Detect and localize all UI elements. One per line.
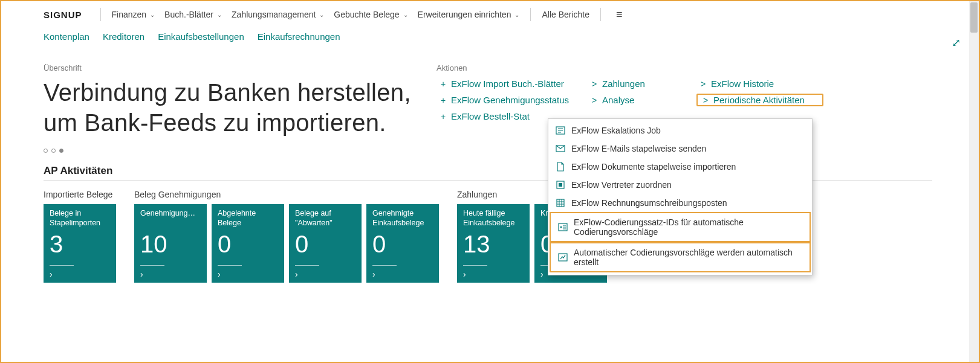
action-exflow-genehmigung[interactable]: +ExFlow Genehmigungsstatus [436,94,582,106]
action-zahlungen[interactable]: >Zahlungen [588,77,690,90]
dropdown-item[interactable]: ExFlow Rechnungsumschreibungsposten [548,194,812,212]
menu-erweiterungen[interactable]: Erweiterungen einrichten⌄ [413,7,525,22]
headline-text: Verbindung zu Banken herstellen, um Bank… [44,77,436,138]
kpi-tile[interactable]: Abgelehnte Belege0› [212,204,284,283]
tile-label: Genehmigung… [140,209,201,230]
chevron-right-icon: > [590,95,599,105]
action-periodische-aktivitaeten[interactable]: >Periodische Aktivitäten [696,94,823,106]
group-title: Importierte Belege [44,190,116,199]
menu-gebuchte-belege[interactable]: Gebuchte Belege⌄ [329,7,412,22]
action-analyse[interactable]: >Analyse [588,94,690,106]
hamburger-icon[interactable]: ≡ [616,8,623,21]
chevron-right-icon: > [699,79,707,89]
menu-label: Buch.-Blätter [164,10,213,19]
tile-label: Belege auf "Abwarten" [295,209,355,230]
plus-icon: + [439,95,447,105]
tile-value: 0 [372,231,433,258]
top-menu-bar: SIGNUP Finanzen⌄ Buch.-Blätter⌄ Zahlungs… [1,1,979,28]
tile-divider [140,265,164,266]
tile-value: 0 [218,231,278,258]
kpi-tile[interactable]: Belege in Stapelimporten3› [44,204,116,283]
svg-rect-4 [557,199,564,207]
dropdown-item-label: ExFlow E-Mails stapelweise senden [571,144,706,153]
tile-group: Importierte BelegeBelege in Stapelimport… [44,190,116,283]
separator [530,8,531,21]
menu-finanzen[interactable]: Finanzen⌄ [107,7,160,22]
dropdown-item[interactable]: ExFlow Dokumente stapelweise importieren [548,158,812,176]
tile-label: Heute fällige Einkaufsbelege [463,209,524,230]
plus-icon: + [439,79,447,89]
expand-icon[interactable]: ⤢ [952,36,961,50]
tiles-row: Genehmigung…10›Abgelehnte Belege0›Belege… [134,204,439,283]
kpi-tile[interactable]: Heute fällige Einkaufsbelege13› [457,204,530,283]
action-label: ExFlow Bestell-Stat [451,111,530,121]
action-label: Periodische Aktivitäten [713,95,805,105]
dropdown-item-label: Automatischer Codierungsvorschläge werde… [574,248,802,267]
dropdown-item[interactable]: ExFlow Vertreter zuordnen [548,176,812,194]
actions-caption: Aktionen [436,63,979,72]
brand-label: SIGNUP [44,10,82,20]
dropdown-item-label: ExFlow Dokumente stapelweise importieren [571,162,736,172]
dropdown-item-label: ExFlow Vertreter zuordnen [571,180,672,190]
group-title: Beleg Genehmigungen [134,190,439,199]
svg-point-6 [560,226,562,228]
carousel-dot[interactable] [44,149,48,153]
scrollbar-thumb[interactable] [970,2,978,33]
menu-buch-blaetter[interactable]: Buch.-Blätter⌄ [160,7,227,22]
menu-label: Alle Berichte [542,10,589,19]
subnav-einkaufsrechnungen[interactable]: Einkaufsrechnungen [258,31,340,42]
separator [100,8,101,21]
carousel-dot[interactable] [51,149,56,153]
dropdown-menu: ExFlow Eskalations JobExFlow E-Mails sta… [548,118,813,275]
subnav-einkaufsbestellungen[interactable]: Einkaufsbestellungen [158,31,244,42]
action-label: Analyse [602,95,634,105]
action-exflow-import[interactable]: +ExFlow Import Buch.-Blätter [436,77,582,90]
subnav-kreditoren[interactable]: Kreditoren [103,31,144,42]
kpi-tile[interactable]: Genehmigung…10› [134,204,207,283]
kpi-tile[interactable]: Belege auf "Abwarten"0› [289,204,362,283]
carousel-dots [44,149,436,153]
tile-divider [218,265,242,266]
tile-divider [372,265,397,266]
action-label: Zahlungen [602,79,645,89]
chevron-down-icon: ⌄ [403,11,408,18]
menu-label: Finanzen [112,10,147,19]
tile-value: 3 [50,231,110,258]
tile-value: 10 [140,231,201,258]
actions-grid: +ExFlow Import Buch.-Blätter >Zahlungen … [436,77,979,123]
menu-label: Gebuchte Belege [334,10,399,19]
tile-label: Genehmigte Einkaufsbelege [372,209,433,230]
action-label: ExFlow Genehmigungsstatus [451,95,569,105]
tile-label: Belege in Stapelimporten [50,209,110,230]
dropdown-item[interactable]: ExFlow-Codierungssatz-IDs für automatisc… [550,212,811,242]
tile-group: Beleg GenehmigungenGenehmigung…10›Abgele… [134,190,439,283]
chevron-right-icon: > [701,95,710,105]
tiles-row: Belege in Stapelimporten3› [44,204,116,283]
chevron-right-icon: › [463,269,466,279]
menu-label: Erweiterungen einrichten [418,10,511,19]
action-exflow-historie[interactable]: >ExFlow Historie [696,77,823,90]
dropdown-item[interactable]: ExFlow E-Mails stapelweise senden [548,140,812,158]
dropdown-item[interactable]: ExFlow Eskalations Job [548,121,812,140]
kpi-tile[interactable]: Genehmigte Einkaufsbelege0› [366,204,439,283]
scrollbar[interactable] [969,1,979,362]
chevron-right-icon: › [50,269,53,279]
subnav-kontenplan[interactable]: Kontenplan [44,31,89,42]
chevron-right-icon: › [540,269,544,279]
chevron-right-icon: › [218,269,221,279]
tile-divider [463,265,487,266]
section-title: AP Aktivitäten [44,165,979,177]
carousel-dot-active[interactable] [59,149,63,153]
tile-value: 13 [463,231,524,258]
tile-label: Abgelehnte Belege [218,209,278,230]
menu-zahlungsmanagement[interactable]: Zahlungsmanagement⌄ [227,7,329,22]
dropdown-item-label: ExFlow-Codierungssatz-IDs für automatisc… [574,217,802,237]
chevron-right-icon: › [295,269,298,279]
chevron-right-icon: › [372,269,375,279]
dropdown-item[interactable]: Automatischer Codierungsvorschläge werde… [550,242,811,272]
menu-alle-berichte[interactable]: Alle Berichte [537,7,594,22]
sub-nav: Kontenplan Kreditoren Einkaufsbestellung… [1,28,979,45]
tile-divider [50,265,74,266]
chevron-right-icon: › [140,269,143,279]
chevron-down-icon: ⌄ [150,11,155,18]
